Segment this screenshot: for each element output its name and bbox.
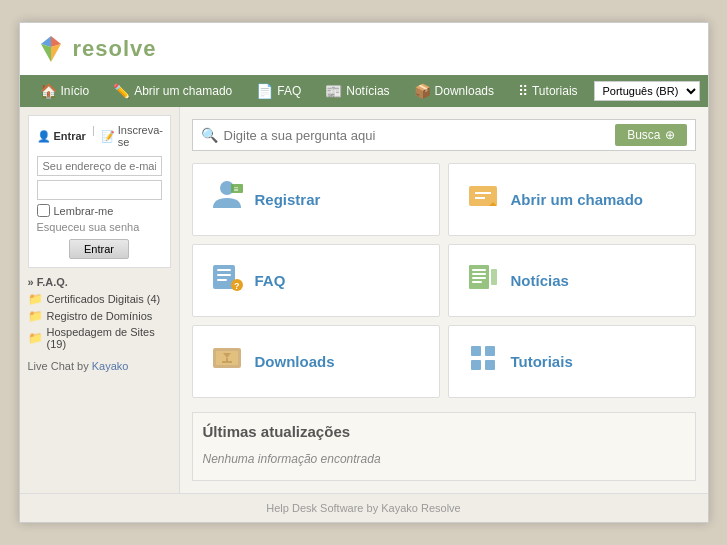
svg-rect-30 xyxy=(471,346,481,356)
main-nav: 🏠 Início ✏️ Abrir um chamado 📄 FAQ 📰 Not… xyxy=(20,75,708,107)
svg-marker-5 xyxy=(51,44,61,62)
nav-tutoriais[interactable]: ⠿ Tutoriais xyxy=(506,75,590,107)
downloads-label: Downloads xyxy=(255,353,335,370)
faq-item-1-label: Registro de Domínios xyxy=(47,310,153,322)
search-btn-label: Busca xyxy=(627,128,660,142)
faq-nav-icon: 📄 xyxy=(256,83,273,99)
nav-noticias[interactable]: 📰 Notícias xyxy=(313,75,401,107)
logo-text: resolve xyxy=(73,36,157,62)
nav-inicio[interactable]: 🏠 Início xyxy=(28,75,102,107)
faq-item-0-label: Certificados Digitais (4) xyxy=(47,293,161,305)
svg-rect-14 xyxy=(217,269,231,271)
grid-btn-chamado[interactable]: Abrir um chamado xyxy=(448,163,696,236)
tab-inscreva-se-label: Inscreva-se xyxy=(118,124,163,148)
language-select[interactable]: Português (BR) English xyxy=(594,81,700,101)
registrar-label: Registrar xyxy=(255,191,321,208)
grid-btn-downloads[interactable]: Downloads xyxy=(192,325,440,398)
noticias-label: Notícias xyxy=(511,272,569,289)
folder-icon-0: 📁 xyxy=(28,292,43,306)
email-input[interactable] xyxy=(37,156,162,176)
auth-tabs: 👤 Entrar | 📝 Inscreva-se xyxy=(37,124,162,148)
pencil-icon: ✏️ xyxy=(113,83,130,99)
remember-checkbox[interactable] xyxy=(37,204,50,217)
logo-gem-icon xyxy=(35,33,67,65)
tab-entrar[interactable]: 👤 Entrar xyxy=(37,124,86,148)
main-area: 👤 Entrar | 📝 Inscreva-se Lembrar-me Esqu… xyxy=(20,107,708,493)
tutoriais-label: Tutoriais xyxy=(511,353,573,370)
chamado-label: Abrir um chamado xyxy=(511,191,644,208)
livechat-link[interactable]: Kayako xyxy=(92,360,129,372)
news-nav-icon: 📰 xyxy=(325,83,342,99)
nav-abrir-chamado-label: Abrir um chamado xyxy=(134,84,232,98)
svg-rect-31 xyxy=(485,346,495,356)
tutoriais-icon xyxy=(465,340,501,383)
sidebar-faq: » F.A.Q. 📁 Certificados Digitais (4) 📁 R… xyxy=(28,276,171,350)
content-area: 🔍 Busca ⊕ ≡ xyxy=(180,107,708,493)
registrar-icon: ≡ xyxy=(209,178,245,221)
folder-icon-1: 📁 xyxy=(28,309,43,323)
svg-rect-20 xyxy=(491,269,497,285)
svg-rect-23 xyxy=(472,277,486,279)
nav-downloads[interactable]: 📦 Downloads xyxy=(402,75,506,107)
search-button[interactable]: Busca ⊕ xyxy=(615,124,686,146)
footer: Help Desk Software by Kayako Resolve xyxy=(20,493,708,522)
svg-rect-32 xyxy=(471,360,481,370)
svg-marker-4 xyxy=(41,44,51,62)
updates-title: Últimas atualizações xyxy=(203,423,685,440)
footer-text: Help Desk Software by Kayako Resolve xyxy=(266,502,460,514)
nav-faq[interactable]: 📄 FAQ xyxy=(244,75,313,107)
faq-item-0[interactable]: 📁 Certificados Digitais (4) xyxy=(28,292,171,306)
nav-abrir-chamado[interactable]: ✏️ Abrir um chamado xyxy=(101,75,244,107)
faq-item-1[interactable]: 📁 Registro de Domínios xyxy=(28,309,171,323)
nav-noticias-label: Notícias xyxy=(346,84,389,98)
search-bar: 🔍 Busca ⊕ xyxy=(192,119,696,151)
svg-rect-33 xyxy=(485,360,495,370)
tab-entrar-label: Entrar xyxy=(54,130,86,142)
sidebar: 👤 Entrar | 📝 Inscreva-se Lembrar-me Esqu… xyxy=(20,107,180,493)
auth-box: 👤 Entrar | 📝 Inscreva-se Lembrar-me Esqu… xyxy=(28,115,171,268)
header: resolve xyxy=(20,23,708,75)
svg-rect-24 xyxy=(472,281,482,283)
faq-section-title: » F.A.Q. xyxy=(28,276,171,288)
updates-section: Últimas atualizações Nenhuma informação … xyxy=(192,412,696,481)
svg-rect-16 xyxy=(217,279,227,281)
updates-empty: Nenhuma informação encontrada xyxy=(203,448,685,470)
grid-btn-noticias[interactable]: Notícias xyxy=(448,244,696,317)
chamado-icon xyxy=(465,178,501,221)
downloads-nav-icon: 📦 xyxy=(414,83,431,99)
grid-menu: ≡ Registrar Abrir um xyxy=(192,163,696,398)
password-input[interactable] xyxy=(37,180,162,200)
faq-item-2-label: Hospedagem de Sites (19) xyxy=(47,326,171,350)
forgot-password-link[interactable]: Esqueceu sua senha xyxy=(37,221,162,233)
home-icon: 🏠 xyxy=(40,83,57,99)
folder-icon-2: 📁 xyxy=(28,331,43,345)
faq-label: FAQ xyxy=(255,272,286,289)
svg-rect-21 xyxy=(472,269,486,271)
user-icon: 👤 xyxy=(37,130,51,143)
nav-tutoriais-label: Tutoriais xyxy=(532,84,578,98)
search-icon: 🔍 xyxy=(201,127,218,143)
svg-rect-15 xyxy=(217,274,231,276)
remember-label: Lembrar-me xyxy=(54,205,114,217)
grid-btn-tutoriais[interactable]: Tutoriais xyxy=(448,325,696,398)
nav-faq-label: FAQ xyxy=(277,84,301,98)
logo: resolve xyxy=(35,33,157,65)
register-icon: 📝 xyxy=(101,130,115,143)
tutorials-nav-icon: ⠿ xyxy=(518,83,528,99)
svg-text:≡: ≡ xyxy=(234,185,239,194)
search-btn-icon: ⊕ xyxy=(665,128,675,142)
grid-btn-faq[interactable]: ? FAQ xyxy=(192,244,440,317)
svg-text:?: ? xyxy=(234,281,240,291)
tab-inscreva-se[interactable]: 📝 Inscreva-se xyxy=(101,124,163,148)
faq-icon: ? xyxy=(209,259,245,302)
nav-downloads-label: Downloads xyxy=(435,84,494,98)
grid-btn-registrar[interactable]: ≡ Registrar xyxy=(192,163,440,236)
downloads-icon xyxy=(209,340,245,383)
nav-inicio-label: Início xyxy=(61,84,90,98)
login-button[interactable]: Entrar xyxy=(69,239,129,259)
svg-rect-22 xyxy=(472,273,486,275)
noticias-icon xyxy=(465,259,501,302)
remember-row: Lembrar-me xyxy=(37,204,162,217)
search-input[interactable] xyxy=(224,128,616,143)
faq-item-2[interactable]: 📁 Hospedagem de Sites (19) xyxy=(28,326,171,350)
